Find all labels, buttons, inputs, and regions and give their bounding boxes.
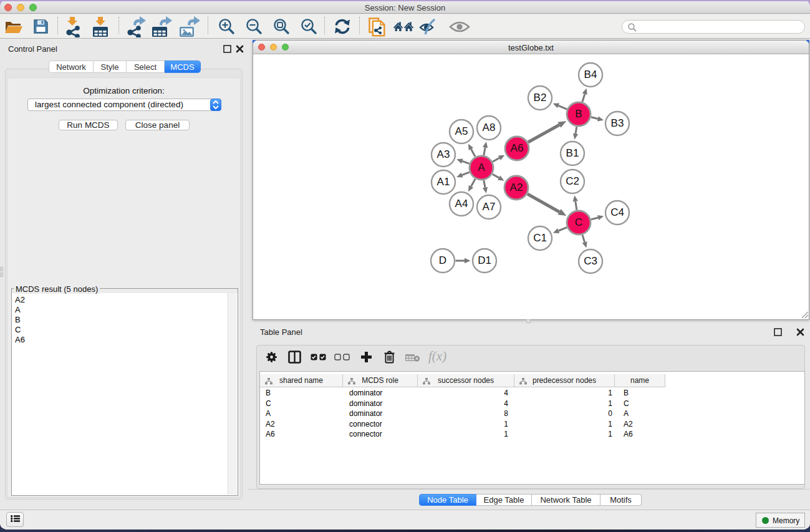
svg-text:B1: B1 — [566, 147, 579, 159]
svg-text:A: A — [478, 162, 485, 173]
svg-text:C4: C4 — [610, 206, 624, 218]
svg-text:A7: A7 — [483, 201, 496, 213]
svg-text:A5: A5 — [455, 125, 468, 137]
svg-text:B4: B4 — [584, 69, 597, 80]
svg-text:A3: A3 — [437, 148, 450, 160]
svg-text:C1: C1 — [533, 232, 547, 244]
svg-text:A8: A8 — [483, 122, 496, 133]
svg-text:A1: A1 — [437, 176, 450, 188]
svg-text:C3: C3 — [584, 255, 597, 267]
svg-text:C2: C2 — [566, 175, 579, 187]
svg-text:A4: A4 — [455, 198, 468, 210]
svg-text:A2: A2 — [510, 181, 523, 193]
svg-text:B2: B2 — [534, 92, 547, 104]
svg-text:A6: A6 — [511, 142, 524, 154]
svg-text:B: B — [575, 108, 582, 120]
svg-text:D1: D1 — [478, 254, 491, 266]
svg-text:C: C — [575, 216, 582, 228]
svg-text:D: D — [439, 254, 446, 266]
svg-text:B3: B3 — [611, 117, 624, 129]
